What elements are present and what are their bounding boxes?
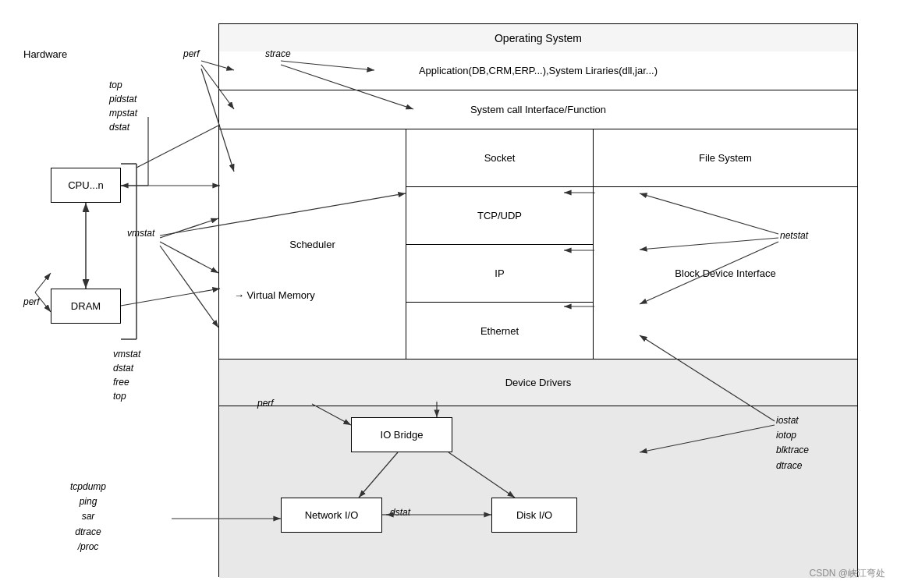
svg-line-7 [35,273,51,292]
filesystem-label: File System [699,152,752,164]
tool-free: free [113,375,140,389]
cpu-box: CPU...n [51,168,121,203]
tool-pidstat: pidstat [109,92,137,106]
watermark: CSDN @峡江弯处 [809,567,885,580]
blockdevice-label: Block Device Interface [675,267,775,279]
dram-box: DRAM [51,289,121,324]
tool-iotop: iotop [776,428,809,443]
ethernet-label: Ethernet [480,325,519,337]
tool-dstat: dstat [109,120,137,134]
svg-line-34 [121,289,220,306]
tools-cpu: top pidstat mpstat dstat [109,78,137,134]
socket-cell: Socket [406,129,594,187]
diagram-container: Operating System Application(DB,CRM,ERP.… [0,0,897,588]
os-outer-box: Operating System Application(DB,CRM,ERP.… [218,23,858,577]
cpu-label: CPU...n [68,179,104,191]
tool-iostat: iostat [776,413,809,428]
devdrivers-row: Device Drivers [219,360,857,406]
ethernet-cell: Ethernet [406,303,594,360]
syscall-label: System call Interface/Function [470,104,606,115]
socket-label: Socket [484,152,516,164]
io-bridge-label: IO Bridge [381,429,424,441]
devdrivers-label: Device Drivers [505,377,572,388]
tool-ping: ping [70,494,106,509]
tool-dtrace2: dtrace [70,525,106,540]
io-bridge-box: IO Bridge [351,417,452,452]
tcpdump-labels: tcpdump ping sar dtrace /proc [70,480,106,554]
diskio-box: Disk I/O [491,498,577,533]
tool-sar: sar [70,509,106,524]
tool-dstat2: dstat [113,361,140,375]
diskio-label: Disk I/O [516,509,552,521]
scheduler-label: Scheduler [289,239,335,250]
tool-top2: top [113,389,140,403]
iostat-labels: iostat iotop blktrace dtrace [776,413,809,473]
netio-box: Network I/O [281,498,382,533]
netstat-label: netstat [780,230,808,241]
tcpudp-cell: TCP/UDP [406,187,594,245]
perf-left-label: perf [23,296,40,307]
app-row-label: Application(DB,CRM,ERP...),System Lirari… [419,65,658,76]
blockdevice-cell: Block Device Interface [594,187,857,360]
strace-label: strace [265,48,291,59]
svg-line-12 [160,242,218,273]
syscall-row: System call Interface/Function [219,90,857,129]
svg-line-33 [136,125,220,168]
netio-label: Network I/O [305,509,359,521]
vmstat-label: vmstat [127,228,154,239]
tool-tcpdump: tcpdump [70,480,106,494]
os-title: Operating System [495,32,582,44]
dram-label: DRAM [71,300,101,312]
tool-blktrace: blktrace [776,443,809,458]
dstat-label: dstat [390,507,410,518]
io-section [219,406,857,578]
perf-io-label: perf [257,398,274,409]
kernel-section: Scheduler Socket TCP/UDP IP Ethernet Fil… [219,129,857,360]
tool-top: top [109,78,137,92]
tool-proc: /proc [70,540,106,554]
tcpudp-label: TCP/UDP [477,210,522,221]
perf-top-label: perf [183,48,200,59]
filesystem-cell: File System [594,129,857,187]
tool-vmstat: vmstat [113,347,140,361]
tools-dram: vmstat dstat free top [113,347,140,403]
tool-dtrace: dtrace [776,459,809,473]
ip-cell: IP [406,245,594,303]
hardware-label: Hardware [23,48,67,60]
scheduler-cell: Scheduler [219,129,406,360]
svg-line-13 [160,246,218,328]
ip-label: IP [495,267,504,279]
app-row: Application(DB,CRM,ERP...),System Lirari… [219,51,857,90]
tool-mpstat: mpstat [109,106,137,120]
svg-line-11 [160,218,218,238]
